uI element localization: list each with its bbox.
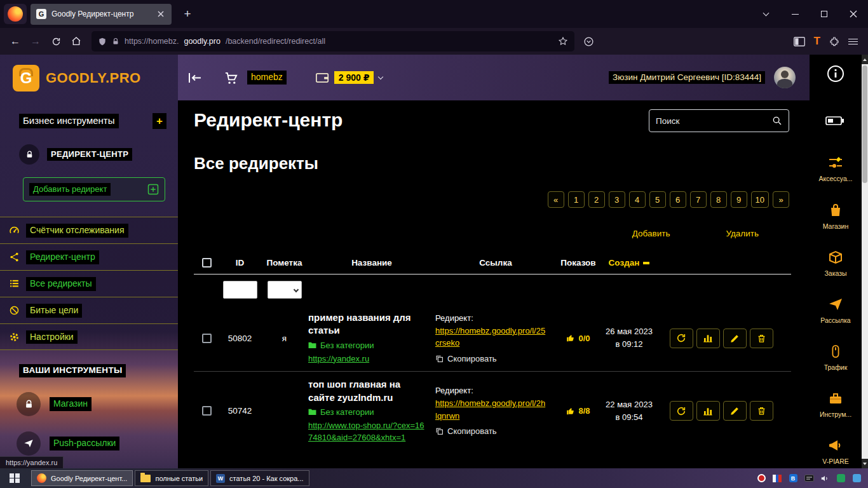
firefox-menu-button[interactable] [4, 4, 27, 24]
bookmark-star-icon[interactable] [558, 36, 568, 46]
scroll-up-arrow[interactable] [862, 55, 868, 64]
page-9[interactable]: 9 [731, 191, 747, 208]
cart-button[interactable] [224, 71, 238, 85]
page-6[interactable]: 6 [670, 191, 686, 208]
user-profile-link[interactable]: Зюзин Дмитрий Сергеевич [ID:83444] [609, 71, 765, 85]
taskbar-task-word[interactable]: W статья 20 - Как сокра... [210, 470, 309, 486]
list-tabs-button[interactable] [751, 0, 780, 28]
copy-button[interactable]: Скопировать [435, 426, 547, 436]
search-input[interactable] [656, 116, 772, 126]
statistics-button[interactable] [696, 401, 720, 421]
redirect-url-link[interactable]: https://homebz.goodly.pro/l/2hlqnrwn [435, 397, 547, 422]
tab-close-icon[interactable] [156, 9, 166, 19]
start-button[interactable] [0, 468, 29, 488]
add-redirect-button[interactable]: Добавить редирект [23, 177, 165, 201]
statistics-button[interactable] [696, 329, 720, 348]
account-link[interactable]: homebz [247, 71, 287, 85]
sidebar-item-broken-targets[interactable]: Битые цели [0, 297, 178, 323]
page-10[interactable]: 10 [751, 191, 769, 208]
tool-item-shop[interactable]: Магазин [17, 389, 178, 419]
col-header-mark[interactable]: Пометка [261, 258, 308, 268]
balance-dropdown-icon[interactable] [378, 74, 383, 79]
page-next[interactable]: » [773, 191, 789, 208]
language-flag-icon[interactable] [772, 473, 782, 484]
col-header-created[interactable]: Создан [600, 258, 658, 268]
page-4[interactable]: 4 [629, 191, 646, 208]
col-header-views[interactable]: Показов [556, 258, 600, 268]
row-checkbox[interactable] [202, 406, 212, 416]
balance-amount[interactable]: 2 900 ₽ [334, 71, 374, 84]
col-header-link[interactable]: Ссылка [435, 258, 556, 268]
window-minimize-button[interactable] [780, 0, 810, 28]
edit-button[interactable] [723, 401, 747, 421]
sidebar-item-counter[interactable]: Счётчик отслеживания [0, 217, 178, 243]
rail-toggle-button[interactable] [825, 116, 844, 126]
rail-item-traffic[interactable]: Трафик [810, 344, 862, 371]
delete-row-button[interactable] [750, 329, 773, 348]
add-button[interactable]: Добавить [628, 227, 674, 241]
messenger-icon[interactable] [836, 473, 846, 484]
rail-item-shop[interactable]: Магазин [810, 203, 862, 230]
rail-item-vpiare[interactable]: V-PIARE [810, 438, 862, 465]
module-redirect-center[interactable]: РЕДИРЕКТ-ЦЕНТР [19, 144, 178, 165]
delete-row-button[interactable] [750, 401, 773, 421]
rail-item-orders[interactable]: Заказы [810, 250, 862, 277]
sidebar-item-all-redirects[interactable]: Все редиректы [0, 270, 178, 297]
back-button[interactable]: ← [5, 32, 25, 51]
scroll-down-arrow[interactable] [862, 459, 868, 468]
sidebar-item-redirect-center[interactable]: Редирект-центр [0, 243, 178, 270]
copy-button[interactable]: Скопировать [435, 354, 547, 363]
page-3[interactable]: 3 [609, 191, 625, 208]
sidebar-toggle-button[interactable] [794, 37, 805, 46]
target-url-link[interactable]: https://yandex.ru [308, 353, 369, 365]
col-header-name[interactable]: Название [308, 258, 435, 268]
sidebar-item-settings[interactable]: Настройки [0, 323, 178, 350]
tray-app-icon[interactable] [756, 473, 766, 484]
edit-button[interactable] [723, 329, 747, 348]
window-maximize-button[interactable] [810, 0, 839, 28]
forward-button[interactable]: → [25, 32, 46, 51]
info-button[interactable] [827, 65, 844, 83]
refresh-stats-button[interactable] [670, 329, 693, 348]
scrollbar-thumb[interactable] [862, 65, 867, 183]
home-button[interactable] [66, 32, 86, 51]
taskbar-task-firefox[interactable]: Goodly Редирект-цент... [31, 470, 133, 486]
taskbar-task-folder[interactable]: полные статьи [135, 470, 208, 486]
app-menu-button[interactable] [848, 39, 858, 44]
rail-item-mailing[interactable]: Рассылка [810, 297, 862, 324]
search-box[interactable] [649, 109, 789, 132]
delete-button[interactable]: Удалить [722, 227, 763, 241]
redirect-url-link[interactable]: https://homebz.goodly.pro/l/25crseko [435, 325, 547, 349]
page-7[interactable]: 7 [690, 191, 707, 208]
rail-item-accessories[interactable]: Аксессуа... [810, 155, 862, 182]
row-checkbox[interactable] [202, 334, 212, 343]
tray-app2-icon[interactable] [851, 473, 862, 484]
vertical-scrollbar[interactable] [862, 55, 868, 468]
url-bar[interactable]: https://homebz.goodly.pro/backend/redire… [92, 31, 574, 51]
select-all-checkbox[interactable] [202, 258, 212, 268]
volume-icon[interactable] [820, 473, 830, 484]
tampermonkey-extension-icon[interactable]: T [814, 35, 820, 48]
user-avatar[interactable] [774, 67, 796, 88]
id-filter-input[interactable] [223, 281, 257, 299]
page-prev[interactable]: « [548, 191, 564, 208]
page-5[interactable]: 5 [649, 191, 666, 208]
tool-item-push[interactable]: Push-рассылки [17, 428, 178, 459]
bluetooth-icon[interactable]: B [788, 473, 798, 484]
add-tool-button[interactable]: + [153, 113, 166, 129]
search-icon[interactable] [772, 116, 782, 126]
target-url-link[interactable]: http://www.top-shop.ru/?cex=1674810&aid=… [308, 420, 428, 444]
browser-tab[interactable]: G Goodly Редирект-центр [31, 4, 172, 25]
refresh-stats-button[interactable] [670, 401, 693, 421]
col-header-id[interactable]: ID [219, 258, 261, 268]
rail-item-tools[interactable]: Инструм... [810, 391, 862, 418]
new-tab-button[interactable]: + [178, 4, 197, 24]
goodly-logo[interactable]: G GOODLY.PRO [13, 65, 178, 92]
page-1[interactable]: 1 [568, 191, 585, 208]
page-8[interactable]: 8 [710, 191, 727, 208]
keyboard-icon[interactable] [804, 473, 814, 484]
window-close-button[interactable] [839, 0, 868, 28]
page-2[interactable]: 2 [588, 191, 605, 208]
extensions-button[interactable] [829, 36, 839, 46]
collapse-sidebar-button[interactable] [188, 72, 202, 83]
